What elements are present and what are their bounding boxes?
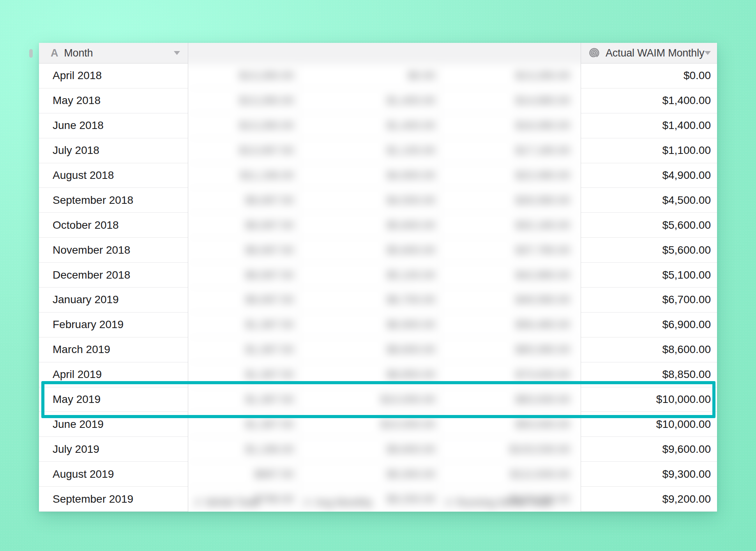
month-cell[interactable]: June 2018	[39, 113, 188, 138]
blurred-cell-text: $1,400.00	[387, 119, 435, 132]
blurred-row: $1,186.00$9,600.00$103,530.00	[188, 437, 581, 462]
actual-waim-monthly-cell[interactable]: $4,500.00	[581, 188, 717, 213]
month-cell[interactable]: February 2019	[39, 313, 188, 337]
blurred-cell: $42,880.00	[440, 263, 581, 287]
data-table: A Month April 2018May 2018June 2018July …	[39, 43, 717, 512]
blurred-cell: $9,300.00	[300, 462, 440, 486]
blurred-cell: $887.50	[188, 462, 300, 486]
actual-waim-monthly-cell-text: $4,500.00	[662, 194, 711, 207]
actual-waim-monthly-cell-text: $5,100.00	[662, 269, 711, 281]
actual-waim-monthly-header[interactable]: Actual WAIM Monthly	[581, 43, 717, 64]
blurred-cell: $9,087.50	[188, 288, 300, 312]
blurred-cell: $6,900.00	[300, 313, 440, 337]
actual-waim-monthly-cell[interactable]: $1,400.00	[581, 113, 717, 138]
month-cell-text: February 2019	[53, 318, 124, 331]
blurred-cell-text: $9,300.00	[387, 468, 435, 480]
month-cell[interactable]: July 2018	[39, 138, 188, 163]
month-cell[interactable]: September 2019	[39, 487, 188, 512]
month-cell[interactable]: October 2018	[39, 213, 188, 238]
text-type-icon: A	[51, 47, 58, 59]
month-cell[interactable]: July 2019	[39, 437, 188, 462]
blurred-row: $9,087.50$6,700.00$49,580.00	[188, 288, 581, 313]
blurred-cell-text: $122,030.00	[509, 493, 570, 505]
month-cell-text: December 2018	[53, 269, 130, 281]
blurred-cell-text: $13,280.00	[239, 119, 294, 132]
month-cell[interactable]: April 2018	[39, 64, 188, 88]
month-cell[interactable]: August 2019	[39, 462, 188, 487]
blurred-row: $788.00$9,200.00$122,030.00	[188, 487, 581, 512]
actual-waim-monthly-cell[interactable]: $5,600.00	[581, 213, 717, 238]
blurred-cell-text: $17,180.00	[516, 144, 570, 157]
actual-waim-monthly-cell[interactable]: $5,600.00	[581, 238, 717, 263]
blurred-cell: $13,087.50	[188, 138, 300, 163]
month-cell[interactable]: March 2019	[39, 337, 188, 362]
actual-waim-monthly-cell-text: $1,400.00	[662, 94, 711, 107]
month-column: A Month April 2018May 2018June 2018July …	[39, 43, 188, 512]
actual-waim-monthly-cell[interactable]: $1,400.00	[581, 88, 717, 113]
month-column-header[interactable]: A Month	[39, 43, 188, 64]
actual-waim-monthly-cell[interactable]: $9,300.00	[581, 462, 717, 487]
month-cell[interactable]: January 2019	[39, 288, 188, 313]
actual-waim-monthly-cell-text: $5,600.00	[662, 219, 711, 231]
blurred-cell: $13,280.00	[188, 88, 300, 113]
actual-waim-monthly-cell[interactable]: $0.00	[581, 64, 717, 88]
actual-waim-monthly-cell-text: $4,900.00	[662, 169, 711, 182]
actual-waim-monthly-cell[interactable]: $5,100.00	[581, 263, 717, 288]
blurred-cell-text: $0.00	[408, 69, 435, 82]
blurred-row: $1,387.50$6,900.00$56,480.00	[188, 313, 581, 337]
month-cell-text: April 2018	[53, 69, 102, 82]
actual-waim-monthly-cell-text: $1,400.00	[662, 119, 711, 132]
blurred-cell-text: $13,280.00	[239, 94, 294, 107]
blurred-cell: $122,030.00	[440, 487, 581, 511]
blurred-cell: $9,600.00	[300, 437, 440, 461]
month-cell[interactable]: September 2018	[39, 188, 188, 213]
month-cell-text: August 2018	[53, 169, 114, 182]
chevron-down-icon[interactable]	[174, 51, 180, 55]
month-cell[interactable]: August 2018	[39, 163, 188, 188]
blurred-cell: $0.00	[300, 64, 440, 88]
actual-waim-monthly-cell-text: $9,200.00	[662, 493, 711, 505]
blurred-cell: $9,087.50	[188, 238, 300, 262]
blurred-cell-text: $49,580.00	[516, 293, 570, 306]
actual-waim-monthly-cell[interactable]: $8,600.00	[581, 337, 717, 362]
blurred-cell-text: $1,387.50	[245, 318, 294, 331]
month-cell-text: May 2018	[53, 94, 101, 107]
blurred-cell: $13,280.00	[440, 64, 581, 88]
blurred-cell: $112,830.00	[440, 462, 581, 486]
month-cell-text: July 2018	[53, 144, 99, 157]
blurred-cell-text: $5,100.00	[387, 269, 435, 281]
blurred-cell-text: $1,387.50	[245, 343, 294, 356]
month-cell-text: August 2019	[53, 468, 114, 480]
actual-waim-monthly-cell[interactable]: $1,100.00	[581, 138, 717, 163]
actual-waim-monthly-cell-text: $5,600.00	[662, 244, 711, 256]
blurred-row: $9,087.50$4,500.00$26,580.00	[188, 188, 581, 213]
blurred-cell-text: $8,600.00	[387, 343, 435, 356]
month-cell[interactable]: December 2018	[39, 263, 188, 288]
blurred-cell-text: $1,100.00	[387, 144, 435, 157]
blurred-rows: $13,280.00$0.00$13,280.00$13,280.00$1,40…	[188, 64, 581, 512]
blurred-row: $13,280.00$1,400.00$14,680.00	[188, 88, 581, 113]
actual-waim-monthly-cell[interactable]: $9,200.00	[581, 487, 717, 512]
actual-waim-monthly-cell[interactable]: $9,600.00	[581, 437, 717, 462]
month-cell[interactable]: May 2018	[39, 88, 188, 113]
blurred-cell-text: $1,387.50	[245, 418, 294, 431]
chevron-down-icon[interactable]	[705, 51, 711, 55]
blurred-cell-text: $9,087.50	[245, 293, 294, 306]
blurred-cell-text: $1,186.00	[245, 443, 294, 456]
blurred-cell-text: $4,900.00	[387, 169, 435, 182]
blurred-cell: $11,196.00	[188, 163, 300, 188]
month-cell-text: September 2019	[53, 493, 133, 505]
month-cell-text: September 2018	[53, 194, 133, 207]
blurred-cell-text: $93,930.00	[516, 418, 570, 431]
blurred-cell: $16,080.00	[440, 113, 581, 138]
blurred-cell-text: $16,080.00	[516, 119, 570, 132]
blurred-columns-region: #WAIM Total #Avg Monthly #Running WAIM T…	[188, 43, 581, 512]
highlight-annotation-box	[41, 381, 715, 418]
month-cell[interactable]: November 2018	[39, 238, 188, 263]
actual-waim-monthly-cell[interactable]: $6,900.00	[581, 313, 717, 337]
blurred-cell-text: $1,400.00	[387, 94, 435, 107]
actual-waim-monthly-cell[interactable]: $4,900.00	[581, 163, 717, 188]
blurred-cell: $65,080.00	[440, 337, 581, 362]
actual-waim-monthly-cell[interactable]: $6,700.00	[581, 288, 717, 313]
blurred-cell: $37,780.00	[440, 238, 581, 262]
